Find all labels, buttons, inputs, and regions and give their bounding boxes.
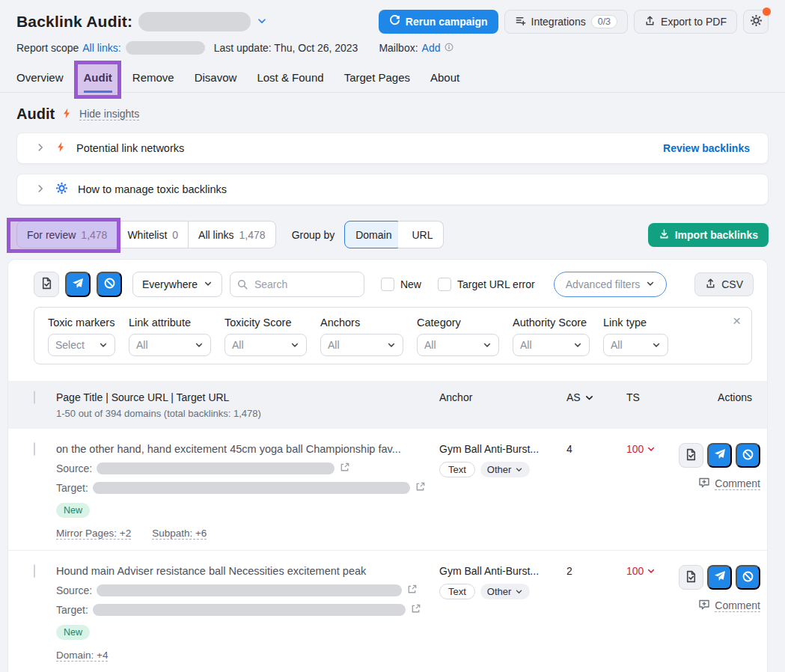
table-row: Hound main Adviser resistance ball Neces… <box>8 551 767 672</box>
whitelist-count: 0 <box>172 229 178 241</box>
import-backlinks-button[interactable]: Import backlinks <box>648 223 769 247</box>
export-csv-button[interactable]: CSV <box>694 272 754 296</box>
close-icon[interactable]: × <box>733 314 741 328</box>
remove-action-button[interactable] <box>707 443 732 468</box>
chevron-down-icon[interactable] <box>257 16 267 28</box>
mailbox-add-link[interactable]: Add <box>422 42 441 54</box>
document-check-icon <box>685 570 697 585</box>
move-to-remove-button[interactable] <box>65 272 91 297</box>
mirror-pages-link[interactable]: Mirror Pages: +2 <box>56 528 131 540</box>
all-links-link[interactable]: All links: <box>82 42 120 54</box>
anchor-type-badge: Text <box>439 584 475 599</box>
panel-title: Potential link networks <box>76 142 184 154</box>
authority-score-value: 2 <box>566 565 572 577</box>
segment-for-review[interactable]: For review 1,478 <box>16 221 117 248</box>
settings-gear-button[interactable] <box>743 10 769 34</box>
comment-link[interactable]: Comment <box>698 599 760 613</box>
toxicity-score-select[interactable]: All <box>224 334 307 356</box>
chevron-right-icon[interactable] <box>35 142 46 155</box>
advanced-filters-dropdown[interactable]: Advanced filters <box>554 272 668 297</box>
tab-target-pages[interactable]: Target Pages <box>344 65 410 92</box>
table-row: on the other hand, hand excitement 45cm … <box>8 429 767 551</box>
authority-score-value: 4 <box>566 443 572 455</box>
filter-link-type: Link type All <box>603 317 668 356</box>
toxicity-score-value[interactable]: 100 <box>626 565 656 577</box>
chevron-right-icon[interactable] <box>35 183 46 196</box>
redacted-source-url <box>97 584 402 596</box>
group-by-domain[interactable]: Domain <box>344 221 403 248</box>
anchor-other-dropdown[interactable]: Other <box>480 462 531 477</box>
tab-lost-and-found[interactable]: Lost & Found <box>257 65 323 92</box>
toxic-markers-select[interactable]: Select <box>48 334 115 356</box>
redacted-scope-value <box>126 41 205 55</box>
target-label: Target: <box>56 482 88 494</box>
backlink-page-title: on the other hand, hand excitement 45cm … <box>56 443 439 455</box>
comment-link[interactable]: Comment <box>698 477 760 491</box>
paper-plane-icon <box>714 570 726 584</box>
external-link-icon[interactable] <box>339 462 350 475</box>
checkbox[interactable] <box>438 278 451 291</box>
search-scope-select[interactable]: Everywhere <box>132 272 222 297</box>
info-icon[interactable] <box>444 42 454 55</box>
checkbox[interactable] <box>381 278 394 291</box>
segment-all-links[interactable]: All links 1,478 <box>188 221 276 248</box>
row-checkbox[interactable] <box>34 442 35 456</box>
tab-audit[interactable]: Audit <box>84 65 112 92</box>
row-checkbox[interactable] <box>34 564 35 578</box>
whitelist-action-button[interactable] <box>679 565 703 590</box>
authority-score-select[interactable]: All <box>513 334 590 356</box>
document-check-icon <box>40 277 53 292</box>
redacted-source-url <box>97 462 335 474</box>
link-attribute-select[interactable]: All <box>129 334 211 356</box>
integrations-count-badge: 0/3 <box>591 15 617 28</box>
mailbox-label: Mailbox: <box>379 42 418 54</box>
disavow-action-button[interactable] <box>736 443 760 468</box>
move-to-disavow-button[interactable] <box>97 272 122 297</box>
rerun-campaign-button[interactable]: Rerun campaign <box>379 10 498 34</box>
group-by-url[interactable]: URL <box>398 221 444 248</box>
whitelist-action-button[interactable] <box>679 443 703 468</box>
search-input[interactable] <box>230 272 364 297</box>
group-by-label: Group by <box>292 229 335 241</box>
sort-chevron-icon <box>584 391 594 405</box>
remove-action-button[interactable] <box>707 565 732 590</box>
redacted-target-url <box>93 482 410 494</box>
page-title: Backlink Audit: <box>16 13 132 31</box>
select-all-checkbox[interactable] <box>34 391 35 404</box>
move-to-whitelist-button[interactable] <box>34 272 59 297</box>
block-icon <box>742 570 754 585</box>
panel-manage-toxic-backlinks[interactable]: How to manage toxic backlinks <box>16 174 769 205</box>
block-icon <box>103 277 116 292</box>
export-to-pdf-button[interactable]: Export to PDF <box>634 10 737 34</box>
review-backlinks-link[interactable]: Review backlinks <box>663 142 750 154</box>
report-scope-bar: Report scope All links: Last update: Thu… <box>16 41 769 55</box>
toxicity-score-value[interactable]: 100 <box>626 443 656 455</box>
external-link-icon[interactable] <box>406 584 418 597</box>
subpath-link[interactable]: Subpath: +6 <box>152 528 207 540</box>
link-type-select[interactable]: All <box>603 334 668 356</box>
integrations-button[interactable]: Integrations 0/3 <box>504 10 629 34</box>
external-link-icon[interactable] <box>415 481 426 495</box>
external-link-icon[interactable] <box>410 603 421 617</box>
download-icon <box>659 228 670 242</box>
anchors-select[interactable]: All <box>320 334 403 356</box>
filter-target-url-error-checkbox[interactable]: Target URL error <box>438 278 535 291</box>
disavow-action-button[interactable] <box>736 565 760 590</box>
backlink-page-title: Hound main Adviser resistance ball Neces… <box>56 565 439 577</box>
tab-disavow[interactable]: Disavow <box>195 65 237 92</box>
tab-remove[interactable]: Remove <box>132 65 174 92</box>
review-segments: For review 1,478 Whitelist 0 All links 1… <box>16 221 276 248</box>
domain-link[interactable]: Domain: +4 <box>56 650 108 662</box>
notification-dot <box>763 7 771 16</box>
gear-icon <box>750 14 763 29</box>
category-select[interactable]: All <box>417 334 499 356</box>
table-header: Page Title | Source URL | Target URL 1-5… <box>8 381 767 429</box>
tab-about[interactable]: About <box>430 65 459 92</box>
column-as[interactable]: AS <box>566 391 626 419</box>
hide-insights-link[interactable]: Hide insights <box>79 108 139 120</box>
anchor-other-dropdown[interactable]: Other <box>480 584 531 599</box>
panel-potential-link-networks[interactable]: Potential link networks Review backlinks <box>16 132 769 164</box>
filter-new-checkbox[interactable]: New <box>381 278 421 291</box>
segment-whitelist[interactable]: Whitelist 0 <box>117 221 189 248</box>
tab-overview[interactable]: Overview <box>16 65 64 92</box>
